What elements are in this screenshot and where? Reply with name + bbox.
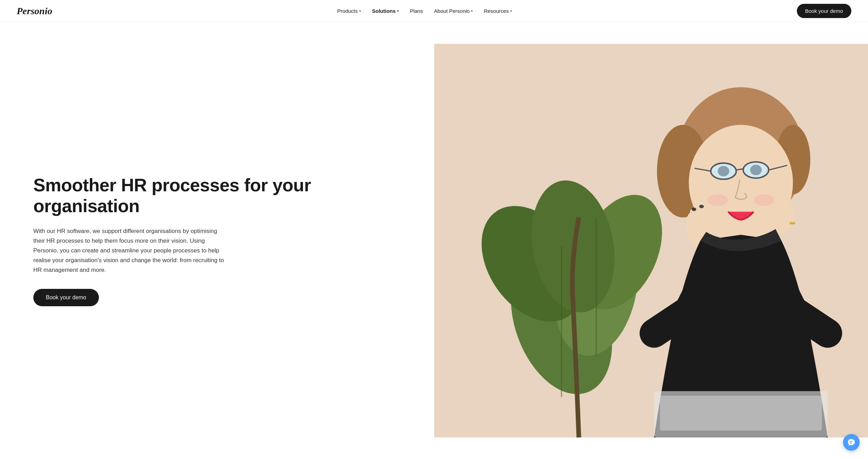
hero-title: Smoother HR processes for your organisat…: [33, 175, 406, 217]
hero-section: Smoother HR processes for your organisat…: [0, 22, 868, 459]
nav-item-products[interactable]: Products ▾: [333, 5, 365, 17]
nav-item-about[interactable]: About Personio ▾: [430, 5, 477, 17]
svg-rect-30: [789, 222, 795, 225]
chevron-down-icon: ▾: [471, 9, 473, 13]
chevron-down-icon: ▾: [510, 9, 512, 13]
nav-cta-button[interactable]: Book your demo: [797, 4, 851, 18]
hero-content: Smoother HR processes for your organisat…: [0, 22, 434, 459]
chevron-down-icon: ▾: [397, 9, 399, 13]
svg-point-20: [753, 194, 774, 206]
hero-image: [434, 22, 868, 459]
logo[interactable]: Personio: [17, 6, 52, 17]
nav-links: Products ▾ Solutions ▾ Plans About Perso…: [333, 5, 516, 17]
nav-item-solutions[interactable]: Solutions ▾: [368, 5, 403, 17]
nav-item-resources[interactable]: Resources ▾: [480, 5, 516, 17]
chat-bubble-button[interactable]: [843, 434, 860, 451]
svg-point-18: [750, 165, 761, 175]
chat-icon: [847, 438, 856, 447]
nav-item-plans[interactable]: Plans: [406, 5, 427, 17]
navigation: Personio Products ▾ Solutions ▾ Plans Ab…: [0, 0, 868, 22]
svg-rect-32: [660, 396, 822, 431]
svg-point-17: [717, 166, 729, 176]
hero-description: With our HR software, we support differe…: [33, 226, 228, 275]
hero-illustration: [434, 22, 868, 459]
svg-point-28: [691, 208, 696, 211]
hero-cta-button[interactable]: Book your demo: [33, 289, 99, 306]
svg-point-19: [707, 194, 728, 206]
svg-point-29: [699, 205, 703, 208]
chevron-down-icon: ▾: [359, 9, 361, 13]
